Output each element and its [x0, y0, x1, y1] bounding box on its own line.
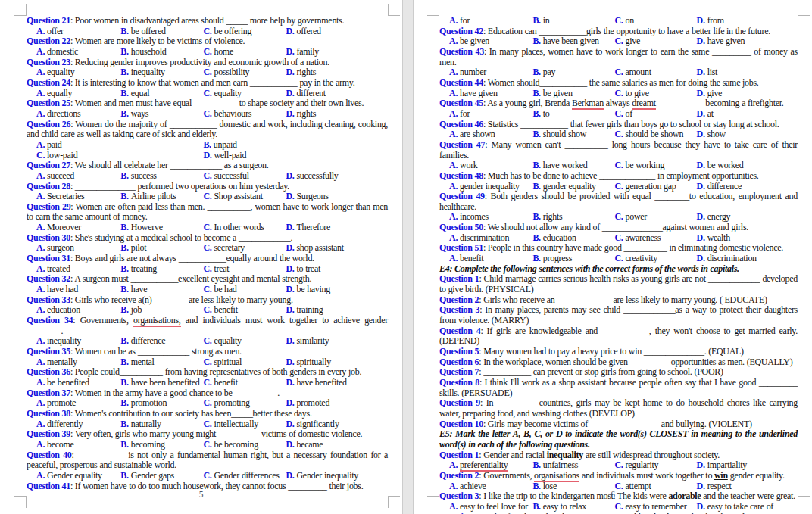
answer-option: Dwealth	[697, 233, 798, 244]
question-text: : We should all celebrate her __________…	[70, 160, 269, 170]
question-text: inspiration	[639, 512, 679, 514]
option-text: behaviours	[214, 108, 251, 119]
option-letter: D	[697, 36, 705, 46]
answer-option: Abe given	[449, 36, 532, 47]
option-letter: C	[203, 88, 211, 98]
answer-option: Bways	[120, 109, 203, 120]
page-content: AforBinConDfromQuestion 42: Education ca…	[439, 16, 798, 514]
margin-crop-mark	[427, 4, 439, 16]
option-text: difference	[131, 335, 165, 346]
question-number-label: Question 2	[439, 294, 479, 305]
option-letter: A	[36, 242, 45, 253]
option-text: be given	[460, 36, 489, 46]
option-text: have given	[460, 88, 498, 98]
answer-option: Aequally	[36, 89, 120, 99]
option-text: rights	[543, 211, 563, 222]
question-number-label: Question 35	[27, 346, 70, 357]
option-text: education	[543, 232, 576, 243]
answer-option: Dsuccessfully	[286, 171, 388, 182]
option-text: ways	[131, 108, 148, 119]
question-paragraph: Question 42: Education can ___________gi…	[439, 26, 798, 37]
option-letter: A	[449, 211, 458, 222]
option-text: to give	[626, 88, 649, 98]
option-text: have been given	[543, 36, 599, 46]
option-letter: C	[203, 335, 211, 346]
answer-option: Aincomes	[449, 212, 532, 223]
question-paragraph: Question 2: Governments, organisations a…	[439, 471, 798, 481]
answer-option: Ddifference	[697, 182, 798, 192]
option-letter: C	[203, 67, 211, 77]
question-text: : People in this country have made good …	[483, 242, 783, 253]
option-letter: D	[286, 357, 294, 367]
answer-option: Csuccessful	[203, 171, 286, 182]
question-number-label: Question 25	[27, 98, 70, 108]
question-paragraph: Question 28: ______________ performed tw…	[27, 182, 388, 192]
question-number-label: Question 38	[27, 408, 70, 419]
question-text: : A surgeon must ___________excellent ey…	[70, 273, 311, 284]
option-letter: C	[614, 36, 623, 46]
option-letter: A	[449, 160, 458, 170]
option-text: Secretaries	[47, 191, 84, 201]
option-text: promoting	[214, 397, 249, 408]
answer-option: Bunfairness	[532, 460, 614, 471]
question-text: : People could__________ from having rep…	[70, 366, 361, 377]
options-row: AnumberBpayCamountDlist	[439, 67, 798, 78]
answer-option: Bhave been given	[532, 36, 614, 47]
question-paragraph: Question 25: Women and men must have equ…	[27, 98, 388, 109]
option-text: incomes	[460, 211, 489, 222]
option-text: have worked	[543, 160, 588, 170]
answer-option: Aeducation	[36, 305, 120, 316]
question-number-label: Question 21	[27, 15, 70, 26]
option-text: be offering	[214, 26, 251, 36]
option-letter: C	[203, 397, 211, 408]
option-text: be becoming	[214, 439, 258, 450]
option-text: show	[707, 129, 726, 139]
option-text: work	[460, 160, 477, 170]
options-row: AeducationBjobCbenefitDtraining	[27, 305, 388, 316]
question-number-label: Question 33	[27, 294, 70, 305]
question-text: inequality	[547, 450, 583, 460]
answer-option: Csecretary	[203, 243, 286, 254]
options-row: AsurgeonBpilotCsecretaryDshop assistant	[27, 243, 388, 254]
option-letter: D	[697, 459, 705, 470]
question-paragraph: Question 3: In many places, parents may …	[439, 305, 798, 326]
options-row: AforBtoCofDat	[439, 109, 798, 120]
option-text: differently	[47, 419, 83, 429]
question-number-label: Question 2	[439, 470, 479, 481]
option-text: promote	[47, 397, 76, 408]
answer-option: Adomestic	[36, 47, 120, 58]
option-text: equally	[47, 88, 72, 98]
answer-option: Cbe becoming	[203, 440, 286, 450]
options-row: AinequalityBdifferenceCequalityDsimilari…	[27, 336, 388, 347]
question-text: : Women can be as ____________ strong as…	[70, 346, 242, 357]
question-number-label: Question 32	[27, 273, 70, 284]
question-text: : Boys and girls are not always ________…	[70, 253, 314, 263]
question-paragraph: Question 45: As a young girl, Brenda Ber…	[439, 98, 798, 109]
question-text: and individuals must work together to	[579, 470, 714, 481]
option-text: home	[214, 46, 233, 57]
answer-option: Dwell-paid	[203, 151, 388, 161]
question-text: : We should not allow any kind of ______…	[483, 222, 748, 232]
question-number-label: Question 23	[27, 57, 70, 67]
option-letter: A	[36, 191, 45, 201]
section-header: E4: Complete the following sentences wit…	[439, 264, 798, 275]
option-text: paid	[47, 139, 61, 150]
answer-option: Ddiscrimination	[697, 254, 798, 264]
option-letter: D	[286, 108, 294, 119]
options-row: AequalityBinequalityCpossibilityDrights	[27, 67, 388, 78]
answer-option: Dhave given	[697, 36, 798, 47]
answer-option: Deasy to take care of	[697, 502, 798, 512]
answer-option: Asurgeon	[36, 243, 120, 254]
question-number-label: Question 43	[439, 46, 484, 57]
question-paragraph: Question 39: Very often, girls who marry…	[27, 429, 388, 440]
option-text: wealth	[707, 232, 730, 243]
answer-option: Dshow	[697, 129, 798, 140]
option-text: have been benefited	[131, 377, 200, 388]
question-paragraph: Question 31: Boys and girls are not alwa…	[27, 254, 388, 264]
option-text: should be shown	[626, 129, 684, 139]
option-text: have	[131, 284, 147, 294]
answer-option: Cshould be shown	[614, 129, 696, 140]
question-paragraph: Question 51: People in this country have…	[439, 243, 798, 254]
answer-option: Bjob	[120, 305, 203, 316]
question-text: : Many women had to pay a heavy price to…	[479, 346, 744, 357]
